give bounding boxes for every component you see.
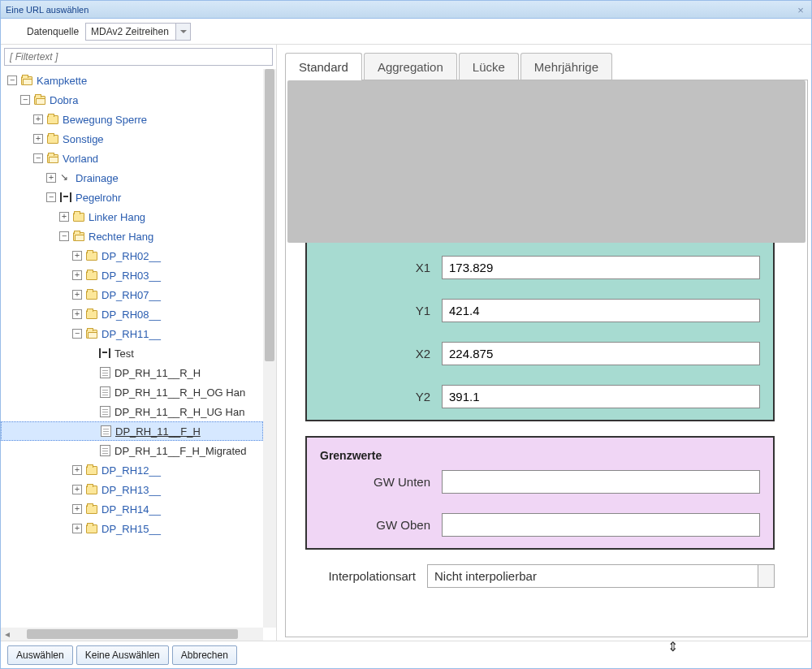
footer: Auswählen Keine Auswählen Abbrechen	[1, 641, 811, 668]
folder-closed-icon	[85, 503, 98, 515]
y2-input[interactable]	[442, 385, 760, 408]
tree-node-dobra[interactable]: −Dobra	[1, 90, 263, 110]
tree-node-rh15[interactable]: +DP_RH15__	[1, 519, 263, 538]
folder-closed-icon	[85, 250, 98, 261]
tree-node-rh11-f-h-mig[interactable]: DP_RH_11__F_H_Migrated	[1, 441, 263, 460]
tree-node-rh13[interactable]: +DP_RH13__	[1, 480, 263, 499]
toolbar: Datenquelle MDAv2 Zeitreihen	[1, 19, 811, 45]
tree-node-rh11-r-h-og[interactable]: DP_RH_11__R_H_OG Han	[1, 382, 263, 402]
tree-node-bewegung[interactable]: +Bewegung Sperre	[1, 110, 263, 129]
grenzwerte-legend: Grenzwerte	[320, 449, 760, 462]
resize-cursor-icon: ⇕	[667, 639, 678, 654]
folder-open-icon	[72, 231, 85, 242]
tree-node-rh14[interactable]: +DP_RH14__	[1, 499, 263, 519]
folder-closed-icon	[46, 114, 59, 125]
tree-vertical-scrollbar[interactable]	[263, 69, 276, 628]
y1-input[interactable]	[442, 299, 760, 322]
tree-node-rh11-r-h-ug[interactable]: DP_RH_11__R_H_UG Han	[1, 402, 263, 421]
folder-closed-icon	[85, 464, 98, 476]
tree-node-pegelrohr[interactable]: −Pegelrohr	[1, 188, 263, 207]
chevron-down-icon[interactable]	[758, 564, 775, 588]
tree-node-rh02[interactable]: +DP_RH02__	[1, 246, 263, 265]
drainage-icon	[59, 172, 72, 183]
tree-node-rh11[interactable]: −DP_RH11__	[1, 324, 263, 343]
document-icon	[98, 445, 111, 456]
tree-node-linkerhang[interactable]: +Linker Hang	[1, 207, 263, 227]
body: −Kampkette −Dobra +Bewegung Sperre +Sons…	[1, 45, 811, 641]
gw-oben-input[interactable]	[442, 513, 760, 537]
tab-luecke[interactable]: Lücke	[459, 53, 519, 80]
close-icon[interactable]: ×	[795, 4, 806, 15]
pipe-icon	[98, 347, 111, 359]
tree-node-rechterhang[interactable]: −Rechter Hang	[1, 227, 263, 246]
gw-unten-input[interactable]	[442, 470, 760, 494]
tree-node-kampkette[interactable]: −Kampkette	[1, 71, 263, 90]
tree-node-rh03[interactable]: +DP_RH03__	[1, 265, 263, 285]
gw-oben-label: GW Oben	[320, 518, 442, 532]
tree-node-vorland[interactable]: −Vorland	[1, 149, 263, 168]
pipe-icon	[59, 192, 72, 203]
folder-closed-icon	[85, 289, 98, 300]
gw-unten-label: GW Unten	[320, 475, 442, 489]
folder-closed-icon	[85, 484, 98, 495]
tree-horizontal-scrollbar[interactable]: ◂	[1, 628, 263, 641]
y2-label: Y2	[320, 390, 442, 404]
tree-node-rh11-f-h[interactable]: DP_RH_11__F_H	[1, 421, 263, 441]
tree-node-rh08[interactable]: +DP_RH08__	[1, 304, 263, 324]
document-icon	[99, 425, 112, 437]
document-icon	[98, 367, 111, 378]
select-button[interactable]: Auswählen	[7, 645, 73, 665]
fieldset-grenzwerte: Grenzwerte GW Unten GW Oben	[305, 436, 775, 550]
folder-open-icon	[20, 75, 33, 86]
document-icon	[98, 386, 111, 398]
tabs: Standard Aggregation Lücke Mehrjährige	[285, 53, 808, 80]
titlebar: Eine URL auswählen ×	[1, 1, 811, 19]
x2-input[interactable]	[442, 342, 760, 365]
folder-closed-icon	[85, 523, 98, 534]
tree[interactable]: −Kampkette −Dobra +Bewegung Sperre +Sons…	[1, 69, 263, 628]
dialog: Eine URL auswählen × Datenquelle MDAv2 Z…	[0, 0, 812, 669]
datasource-label: Datenquelle	[27, 26, 79, 37]
tree-node-drainage[interactable]: +Drainage	[1, 168, 263, 188]
folder-closed-icon	[85, 270, 98, 281]
datasource-select[interactable]: MDAv2 Zeitreihen	[85, 23, 191, 41]
folder-closed-icon	[46, 133, 59, 145]
interpolationsart-label: Interpolationsart	[305, 569, 427, 583]
tab-aggregation[interactable]: Aggregation	[364, 53, 457, 80]
tab-mehrjaehrige[interactable]: Mehrjährige	[520, 53, 612, 80]
dialog-title: Eine URL auswählen	[6, 5, 795, 15]
deselect-button[interactable]: Keine Auswählen	[76, 645, 169, 665]
folder-open-icon	[33, 94, 46, 106]
folder-closed-icon	[72, 211, 85, 222]
tree-node-rh11-r-h[interactable]: DP_RH_11__R_H	[1, 363, 263, 382]
folder-open-icon	[46, 153, 59, 164]
tree-panel: −Kampkette −Dobra +Bewegung Sperre +Sons…	[1, 45, 277, 641]
tree-node-rh07[interactable]: +DP_RH07__	[1, 285, 263, 304]
x1-input[interactable]	[442, 256, 760, 279]
tree-node-sonstige[interactable]: +Sonstige	[1, 129, 263, 149]
document-icon	[98, 406, 111, 417]
filter-input[interactable]	[4, 48, 273, 66]
detail-panel: Standard Aggregation Lücke Mehrjährige D…	[277, 45, 811, 641]
tree-node-rh12[interactable]: +DP_RH12__	[1, 460, 263, 480]
tree-node-test[interactable]: Test	[1, 343, 263, 363]
y1-label: Y1	[320, 304, 442, 317]
folder-closed-icon	[85, 309, 98, 320]
datasource-value: MDAv2 Zeitreihen	[86, 24, 175, 40]
interpolationsart-value: Nicht interpolierbar	[427, 564, 758, 588]
chevron-down-icon[interactable]	[175, 24, 190, 40]
x1-label: X1	[320, 261, 442, 274]
folder-open-icon	[85, 328, 98, 339]
interpolationsart-select[interactable]: Nicht interpolierbar	[427, 564, 775, 588]
tab-standard[interactable]: Standard	[285, 53, 362, 80]
cancel-button[interactable]: Abbrechen	[172, 645, 237, 665]
x2-label: X2	[320, 347, 442, 360]
